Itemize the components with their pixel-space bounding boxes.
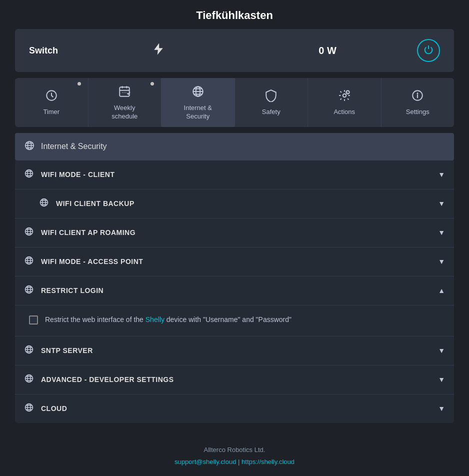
cloud-globe-icon xyxy=(24,402,34,415)
settings-icon xyxy=(411,89,424,105)
power-button[interactable] xyxy=(417,39,440,62)
wifi-backup-label: WIFI CLIENT BACKUP xyxy=(56,200,431,208)
actions-icon: $ xyxy=(338,89,351,105)
accordion-sntp[interactable]: SNTP SERVER ▼ xyxy=(15,336,454,366)
restrict-text-after: device with "Username" and "Password" xyxy=(164,316,292,324)
restrict-content: Restrict the web interface of the Shelly… xyxy=(15,306,454,336)
accordion-wifi-roaming[interactable]: WIFI CLIENT AP ROAMING ▼ xyxy=(15,218,454,248)
advanced-chevron: ▼ xyxy=(438,376,445,384)
footer-links: support@shelly.cloud | https://shelly.cl… xyxy=(174,456,294,468)
footer-support-link[interactable]: support@shelly.cloud xyxy=(174,458,236,466)
sntp-label: SNTP SERVER xyxy=(41,346,431,354)
page-wrapper: Tiefkühlkasten Switch 0 W xyxy=(0,0,469,476)
section-globe-icon xyxy=(24,140,35,154)
accordion-wifi-client[interactable]: WIFI MODE - CLIENT ▼ xyxy=(15,160,454,190)
power-value: 0 W xyxy=(248,45,407,56)
section-title: Internet & Security xyxy=(41,142,107,151)
restrict-chevron: ▲ xyxy=(438,286,445,294)
accordion-wifi-backup[interactable]: WIFI CLIENT BACKUP ▼ xyxy=(15,190,454,218)
cloud-chevron: ▼ xyxy=(438,404,445,412)
wifi-roaming-chevron: ▼ xyxy=(438,228,445,236)
wifi-ap-globe-icon xyxy=(24,256,34,268)
svg-rect-1 xyxy=(120,87,130,96)
footer: Allterco Robotics Ltd. support@shelly.cl… xyxy=(174,444,294,468)
advanced-globe-icon xyxy=(24,374,34,386)
advanced-label: ADVANCED - DEVELOPER SETTINGS xyxy=(41,376,431,384)
restrict-text: Restrict the web interface of the Shelly… xyxy=(45,314,292,325)
tab-safety-label: Safety xyxy=(262,108,280,116)
bolt-icon xyxy=(152,42,166,60)
tab-internet[interactable]: Internet &Security xyxy=(162,78,235,127)
footer-website-link[interactable]: https://shelly.cloud xyxy=(242,458,294,466)
sntp-chevron: ▼ xyxy=(438,346,445,354)
sntp-globe-icon xyxy=(24,344,34,357)
internet-icon xyxy=(192,85,204,101)
tab-timer[interactable]: Timer xyxy=(15,78,88,127)
restrict-globe-icon xyxy=(24,284,34,297)
wifi-backup-chevron: ▼ xyxy=(438,200,445,208)
accordion-list: WIFI MODE - CLIENT ▼ WIFI CLIENT BACKUP … xyxy=(15,160,454,423)
tab-safety[interactable]: Safety xyxy=(235,78,308,127)
tab-weekly[interactable]: Weeklyschedule xyxy=(88,78,162,127)
restrict-text-before: Restrict the web interface of the xyxy=(45,316,146,324)
cloud-label: CLOUD xyxy=(41,404,431,412)
bolt-icon-area xyxy=(79,42,238,60)
tab-settings-label: Settings xyxy=(406,108,430,116)
svg-point-11 xyxy=(343,94,346,98)
wifi-backup-globe-icon xyxy=(39,198,49,210)
tab-actions-label: Actions xyxy=(334,108,355,116)
timer-icon xyxy=(45,89,58,105)
section-header: Internet & Security xyxy=(15,133,454,160)
svg-text:$: $ xyxy=(346,92,348,94)
switch-label: Switch xyxy=(29,46,69,56)
tab-settings[interactable]: Settings xyxy=(382,78,454,127)
wifi-ap-label: WIFI MODE - ACCESS POINT xyxy=(41,258,431,266)
restrict-checkbox[interactable] xyxy=(29,316,38,324)
tab-timer-label: Timer xyxy=(43,108,60,116)
tab-weekly-label: Weeklyschedule xyxy=(112,104,138,121)
tab-actions[interactable]: $ Actions xyxy=(308,78,382,127)
wifi-ap-chevron: ▼ xyxy=(438,258,445,266)
switch-panel: Switch 0 W xyxy=(15,29,454,72)
footer-company: Allterco Robotics Ltd. xyxy=(174,444,294,456)
restrict-label: RESTRICT LOGIN xyxy=(41,286,431,294)
wifi-client-chevron: ▼ xyxy=(438,170,445,178)
accordion-wifi-ap[interactable]: WIFI MODE - ACCESS POINT ▼ xyxy=(15,248,454,276)
wifi-client-globe-icon xyxy=(24,168,34,181)
accordion-cloud[interactable]: CLOUD ▼ xyxy=(15,394,454,423)
safety-icon xyxy=(264,89,278,105)
nav-tabs: Timer Weeklyschedule xyxy=(15,78,454,127)
wifi-roaming-label: WIFI CLIENT AP ROAMING xyxy=(41,228,431,236)
accordion-restrict[interactable]: RESTRICT LOGIN ▲ xyxy=(15,276,454,306)
accordion-advanced[interactable]: ADVANCED - DEVELOPER SETTINGS ▼ xyxy=(15,366,454,394)
wifi-roaming-globe-icon xyxy=(24,226,34,239)
weekly-icon xyxy=(118,85,131,101)
restrict-shelly-link: Shelly xyxy=(146,316,164,324)
tab-internet-label: Internet &Security xyxy=(184,104,212,121)
page-title: Tiefkühlkasten xyxy=(0,0,469,29)
wifi-client-label: WIFI MODE - CLIENT xyxy=(41,170,431,178)
